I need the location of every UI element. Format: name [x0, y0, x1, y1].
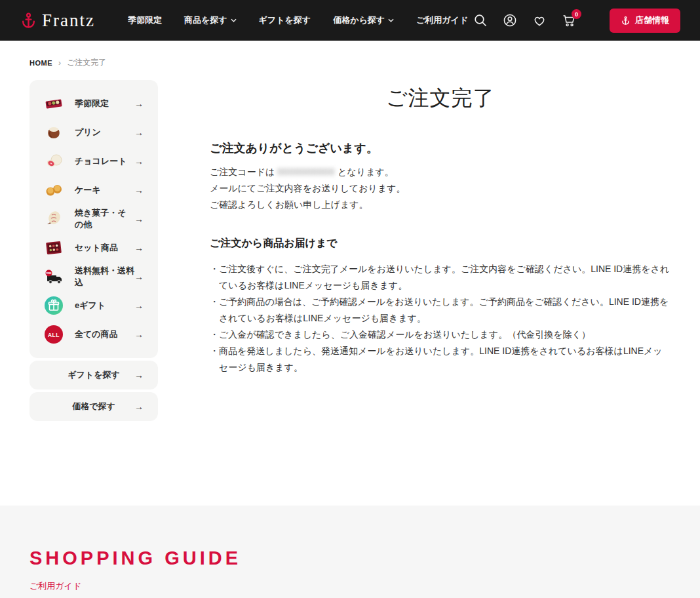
- nav-item-products[interactable]: 商品を探す: [184, 14, 237, 26]
- cart-count-badge: 0: [572, 9, 581, 19]
- pudding-pot-icon: [41, 120, 66, 145]
- arrow-right-icon: →: [134, 185, 144, 195]
- confirm-line: ご確認よろしくお願い申し上げます。: [210, 197, 671, 213]
- arrow-right-icon: →: [134, 156, 144, 167]
- delivery-heading: ご注文から商品お届けまで: [210, 237, 671, 250]
- arrow-right-icon: →: [134, 370, 144, 380]
- strawberry-chocolate-icon: [41, 149, 66, 174]
- delivery-note: ・ご入金が確認できましたら、ご入金確認メールをお送りいたします。（代金引換を除く…: [210, 327, 671, 343]
- breadcrumb-current: ご注文完了: [67, 57, 106, 68]
- svg-text:ALL: ALL: [48, 332, 60, 338]
- header-icons: 0 店舗情報: [473, 9, 680, 33]
- sidebar-item-seasonal[interactable]: 季節限定 →: [29, 89, 158, 118]
- arrow-right-icon: →: [134, 300, 144, 311]
- breadcrumb-home-link[interactable]: HOME: [29, 59, 52, 67]
- page-title: ご注文完了: [210, 84, 671, 113]
- seasonal-chocolate-box-icon: [41, 91, 66, 116]
- delivery-section: ご注文から商品お届けまで ・ご注文後すぐに、ご注文完了メールをお送りいたします。…: [210, 237, 671, 376]
- category-sidebar: 季節限定 → プリン →: [29, 80, 158, 421]
- sidebar-item-all-products[interactable]: ALL 全ての商品 →: [29, 320, 158, 349]
- nav-item-price[interactable]: 価格から探す: [333, 14, 394, 26]
- sidebar-link-gifts[interactable]: ギフトを探す →: [29, 361, 158, 389]
- thanks-section: ご注文ありがとうございます。 ご注文コードは0000000000となります。 メ…: [210, 140, 671, 213]
- arrow-right-icon: →: [134, 401, 144, 412]
- shopping-guide-title: SHOPPING GUIDE: [29, 548, 671, 569]
- order-complete-main: ご注文完了 ご注文ありがとうございます。 ご注文コードは0000000000とな…: [210, 80, 671, 376]
- chevron-down-icon: [388, 18, 394, 22]
- delivery-note: ・ご注文後すぐに、ご注文完了メールをお送りいたします。ご注文内容をご確認ください…: [210, 261, 671, 294]
- breadcrumb-separator-icon: ›: [58, 58, 61, 68]
- main-nav: 季節限定 商品を探す ギフトを探す 価格から探す ご利用ガイド: [128, 14, 468, 26]
- sidebar-item-baked[interactable]: 焼き菓子・その他 →: [29, 205, 158, 233]
- order-code-masked: 0000000000: [277, 167, 335, 177]
- arrow-right-icon: →: [134, 329, 144, 340]
- mail-sent-line: メールにてご注文内容をお送りしております。: [210, 180, 671, 197]
- sidebar-item-set[interactable]: セット商品 →: [29, 233, 158, 262]
- delivery-notes-list: ・ご注文後すぐに、ご注文完了メールをお送りいたします。ご注文内容をご確認ください…: [210, 261, 671, 376]
- sidebar-item-egift[interactable]: eギフト →: [29, 291, 158, 320]
- sidebar-item-cake[interactable]: ケーキ →: [29, 176, 158, 205]
- arrow-right-icon: →: [134, 127, 144, 138]
- sidebar-item-pudding[interactable]: プリン →: [29, 118, 158, 147]
- delivery-note: ・ご予約商品の場合は、ご予約確認メールをお送りいたします。ご予約商品をご確認くだ…: [210, 294, 671, 327]
- sidebar-item-free-shipping[interactable]: FREE 送料無料・送料込 →: [29, 262, 158, 291]
- nav-item-gifts[interactable]: ギフトを探す: [259, 14, 311, 26]
- brand-name: Frantz: [42, 10, 95, 31]
- baked-sweets-icon: [41, 207, 66, 231]
- content-area: 季節限定 → プリン →: [0, 80, 700, 421]
- arrow-right-icon: →: [134, 98, 144, 109]
- nav-item-seasonal[interactable]: 季節限定: [128, 14, 162, 26]
- arrow-right-icon: →: [134, 214, 144, 224]
- thanks-heading: ご注文ありがとうございます。: [210, 140, 671, 156]
- sidebar-link-price[interactable]: 価格で探す →: [29, 392, 158, 421]
- egift-icon: [41, 293, 66, 318]
- anchor-icon: [20, 12, 37, 30]
- chevron-down-icon: [231, 18, 237, 22]
- delivery-note: ・商品を発送しましたら、発送通知メールをお送りいたします。LINE ID連携をさ…: [210, 343, 671, 376]
- arrow-right-icon: →: [134, 271, 144, 282]
- nav-item-guide[interactable]: ご利用ガイド: [416, 14, 468, 26]
- arrow-right-icon: →: [134, 243, 144, 253]
- free-shipping-truck-icon: FREE: [41, 264, 66, 289]
- svg-text:FREE: FREE: [46, 272, 52, 275]
- cake-tart-icon: [41, 178, 66, 203]
- brand-logo[interactable]: Frantz: [20, 10, 95, 31]
- anchor-icon: [621, 16, 631, 26]
- breadcrumb: HOME › ご注文完了: [0, 41, 700, 68]
- order-code-line: ご注文コードは0000000000となります。: [210, 164, 671, 180]
- sidebar-item-chocolate[interactable]: チョコレート →: [29, 147, 158, 176]
- category-card: 季節限定 → プリン →: [29, 80, 158, 358]
- all-products-icon: ALL: [41, 322, 66, 347]
- store-info-button[interactable]: 店舗情報: [610, 9, 680, 33]
- site-footer: SHOPPING GUIDE ご利用ガイド: [0, 506, 700, 598]
- site-header: Frantz 季節限定 商品を探す ギフトを探す 価格から探す ご利用ガイド: [0, 0, 700, 41]
- cart-icon[interactable]: 0: [562, 13, 576, 28]
- account-icon[interactable]: [503, 13, 517, 28]
- search-icon[interactable]: [473, 13, 488, 28]
- footer-guide-link[interactable]: ご利用ガイド: [29, 580, 81, 592]
- gift-set-box-icon: [41, 235, 66, 260]
- wishlist-heart-icon[interactable]: [532, 13, 547, 28]
